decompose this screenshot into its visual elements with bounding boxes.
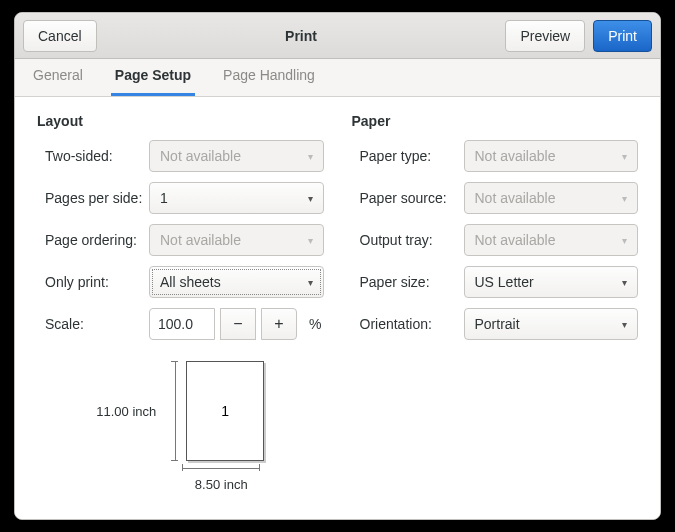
layout-heading: Layout <box>37 113 324 129</box>
chevron-down-icon: ▾ <box>308 151 313 162</box>
width-measure <box>182 463 260 469</box>
orientation-value: Portrait <box>475 316 520 332</box>
orientation-combo[interactable]: Portrait ▾ <box>464 308 639 340</box>
page-ordering-label: Page ordering: <box>37 232 149 248</box>
orientation-label: Orientation: <box>352 316 464 332</box>
pages-per-side-value: 1 <box>160 190 168 206</box>
scale-decrement-button[interactable]: − <box>220 308 256 340</box>
paper-source-label: Paper source: <box>352 190 464 206</box>
paper-column: Paper Paper type: Not available ▾ Paper … <box>352 113 639 503</box>
paper-type-value: Not available <box>475 148 556 164</box>
only-print-combo[interactable]: All sheets ▾ <box>149 266 324 298</box>
paper-type-label: Paper type: <box>352 148 464 164</box>
page-ordering-combo: Not available ▾ <box>149 224 324 256</box>
page-preview: 11.00 inch 1 8.50 inch <box>37 361 324 492</box>
tab-page-setup[interactable]: Page Setup <box>111 67 195 96</box>
page-width-label: 8.50 inch <box>195 477 248 492</box>
print-dialog: Cancel Print Preview Print General Page … <box>14 12 661 520</box>
chevron-down-icon: ▾ <box>308 277 313 288</box>
chevron-down-icon: ▾ <box>622 235 627 246</box>
scale-label: Scale: <box>37 316 149 332</box>
page-thumbnail: 1 <box>186 361 264 461</box>
scale-suffix: % <box>309 316 321 332</box>
tab-bar: General Page Setup Page Handling <box>15 59 660 97</box>
cancel-button[interactable]: Cancel <box>23 20 97 52</box>
only-print-value: All sheets <box>160 274 221 290</box>
pages-per-side-combo[interactable]: 1 ▾ <box>149 182 324 214</box>
chevron-down-icon: ▾ <box>308 193 313 204</box>
chevron-down-icon: ▾ <box>622 193 627 204</box>
height-measure <box>170 361 176 461</box>
paper-source-value: Not available <box>475 190 556 206</box>
paper-type-combo: Not available ▾ <box>464 140 639 172</box>
two-sided-label: Two-sided: <box>37 148 149 164</box>
scale-spinner: − + % <box>149 308 324 340</box>
output-tray-label: Output tray: <box>352 232 464 248</box>
paper-heading: Paper <box>352 113 639 129</box>
tab-general[interactable]: General <box>29 67 87 96</box>
paper-size-label: Paper size: <box>352 274 464 290</box>
preview-button[interactable]: Preview <box>505 20 585 52</box>
scale-increment-button[interactable]: + <box>261 308 297 340</box>
paper-size-combo[interactable]: US Letter ▾ <box>464 266 639 298</box>
output-tray-combo: Not available ▾ <box>464 224 639 256</box>
chevron-down-icon: ▾ <box>308 235 313 246</box>
two-sided-value: Not available <box>160 148 241 164</box>
page-height-label: 11.00 inch <box>96 404 156 419</box>
layout-column: Layout Two-sided: Not available ▾ Pages … <box>37 113 324 503</box>
chevron-down-icon: ▾ <box>622 277 627 288</box>
page-setup-panel: Layout Two-sided: Not available ▾ Pages … <box>15 97 660 519</box>
page-number: 1 <box>221 403 229 419</box>
print-button[interactable]: Print <box>593 20 652 52</box>
paper-source-combo: Not available ▾ <box>464 182 639 214</box>
dialog-title: Print <box>105 28 498 44</box>
two-sided-combo: Not available ▾ <box>149 140 324 172</box>
only-print-label: Only print: <box>37 274 149 290</box>
chevron-down-icon: ▾ <box>622 151 627 162</box>
scale-input[interactable] <box>149 308 215 340</box>
tab-page-handling[interactable]: Page Handling <box>219 67 319 96</box>
titlebar: Cancel Print Preview Print <box>15 13 660 59</box>
chevron-down-icon: ▾ <box>622 319 627 330</box>
pages-per-side-label: Pages per side: <box>37 190 149 206</box>
page-ordering-value: Not available <box>160 232 241 248</box>
paper-size-value: US Letter <box>475 274 534 290</box>
output-tray-value: Not available <box>475 232 556 248</box>
